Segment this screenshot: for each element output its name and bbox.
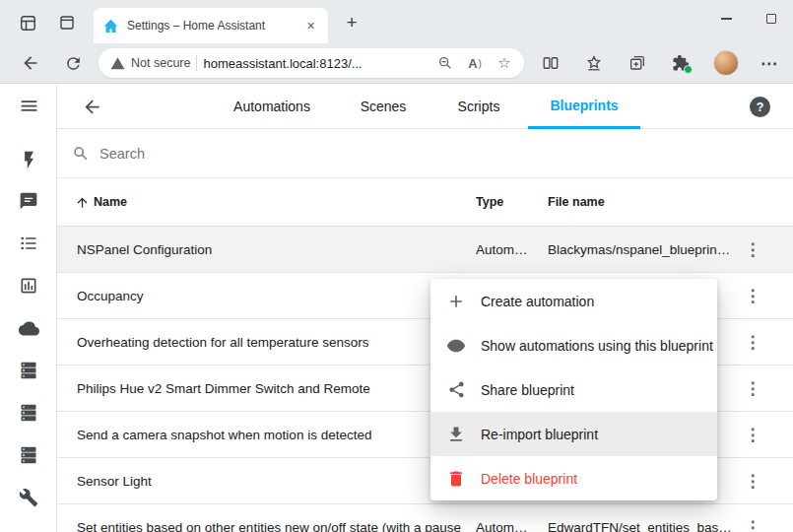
row-overflow-menu-icon[interactable]: ⋮ [741,515,764,532]
row-file: Blackymas/nspanel_blueprin… [548,227,730,272]
context-menu: Create automation Show automations using… [430,279,717,500]
ha-back-icon[interactable] [81,96,102,117]
row-name: Philips Hue v2 Smart Dimmer Switch and R… [77,366,370,411]
sort-ascending-icon [75,195,90,210]
nas-icon[interactable] [17,401,40,425]
profile-avatar[interactable] [713,50,739,76]
storage-icon[interactable] [17,443,40,467]
ha-sidebar [0,84,57,532]
browser-toolbar: Not secure homeassistant.local:8123/... … [0,43,793,84]
menu-item-share-blueprint[interactable]: Share blueprint [430,367,717,412]
row-name: Sensor Light [77,458,152,503]
search-icon [72,145,90,163]
row-overflow-menu-icon[interactable]: ⋮ [741,423,764,446]
row-file: EdwardTFN/set_entities_bas… [548,504,732,532]
favorite-star-icon[interactable]: ☆ [493,51,516,75]
column-name[interactable]: Name [75,178,127,226]
tab-scripts[interactable]: Scripts [434,84,523,129]
status-badge [684,65,693,74]
zoom-icon[interactable] [433,51,457,75]
row-overflow-menu-icon[interactable]: ⋮ [741,469,764,493]
tab-close-icon[interactable]: ✕ [302,18,319,34]
window-controls [704,0,793,37]
row-name: Send a camera snapshot when motion is de… [77,412,371,457]
favorites-icon[interactable] [579,48,609,78]
browser-window: Settings – Home Assistant ✕ + Not secure… [0,0,793,532]
developer-tools-icon[interactable] [17,486,40,509]
ha-app: Automations Scenes Scripts Blueprints ? … [0,84,793,532]
tab-automations[interactable]: Automations [208,84,336,129]
assist-chat-icon[interactable] [17,189,40,213]
eye-icon [445,335,467,357]
row-overflow-menu-icon[interactable]: ⋮ [741,284,764,307]
cloud-icon[interactable] [17,316,40,340]
maximize-icon[interactable] [749,0,793,37]
menu-icon[interactable] [17,94,40,117]
menu-item-create-automation[interactable]: Create automation [430,279,717,323]
minimize-icon[interactable] [704,0,749,37]
row-overflow-menu-icon[interactable]: ⋮ [741,330,764,354]
back-icon[interactable] [16,48,45,78]
energy-icon[interactable] [17,148,40,171]
address-bar[interactable]: Not secure homeassistant.local:8123/... … [99,48,524,78]
row-type: Autom… [476,227,528,272]
trash-icon [445,468,467,490]
read-aloud-icon[interactable]: A) [463,51,487,75]
address-divider [196,55,197,71]
home-assistant-favicon [102,18,119,34]
security-label: Not secure [131,56,190,70]
history-icon[interactable] [17,274,40,298]
refresh-icon[interactable] [58,48,88,78]
row-name: Set entities based on other entities new… [77,504,461,532]
url-text[interactable]: homeassistant.local:8123/... [203,56,428,71]
table-row[interactable]: Set entities based on other entities new… [57,504,793,532]
settings-more-icon[interactable]: ⋯ [755,48,784,78]
row-overflow-menu-icon[interactable]: ⋮ [741,237,764,261]
menu-item-delete-blueprint[interactable]: Delete blueprint [430,456,717,500]
column-type[interactable]: Type [476,178,503,226]
tab-title: Settings – Home Assistant [127,19,295,33]
plus-icon [445,291,467,312]
row-name: Overheating detection for all temperatur… [77,319,368,365]
workspaces-icon[interactable] [16,11,39,34]
tab-scenes[interactable]: Scenes [339,84,428,129]
not-secure-icon [110,56,125,71]
table-header: Name Type File name [57,178,793,227]
server-icon[interactable] [17,359,40,382]
download-icon [445,424,467,445]
new-tab-button[interactable]: + [340,11,363,34]
todo-list-icon[interactable] [17,232,40,255]
extensions-icon[interactable] [666,48,695,78]
row-name: Occupancy [77,273,144,318]
share-icon [445,379,467,401]
search-bar[interactable]: Search [57,129,793,178]
split-screen-icon[interactable] [536,48,565,78]
collections-icon[interactable] [623,48,652,78]
ha-header: Automations Scenes Scripts Blueprints ? [57,84,793,129]
browser-titlebar: Settings – Home Assistant ✕ + [0,0,793,43]
row-type: Autom… [476,504,528,532]
menu-item-reimport-blueprint[interactable]: Re-import blueprint [430,412,717,456]
browser-tab[interactable]: Settings – Home Assistant ✕ [94,8,328,43]
table-row-nspanel[interactable]: NSPanel Configuration Autom… Blackymas/n… [57,227,793,273]
search-placeholder: Search [99,146,145,162]
row-overflow-menu-icon[interactable]: ⋮ [741,376,764,400]
tab-actions-icon[interactable] [55,11,79,34]
column-file[interactable]: File name [548,178,605,226]
tab-blueprints[interactable]: Blueprints [528,84,640,129]
menu-item-show-automations[interactable]: Show automations using this blueprint [430,323,717,367]
help-icon[interactable]: ? [750,97,770,117]
row-name: NSPanel Configuration [77,227,212,272]
